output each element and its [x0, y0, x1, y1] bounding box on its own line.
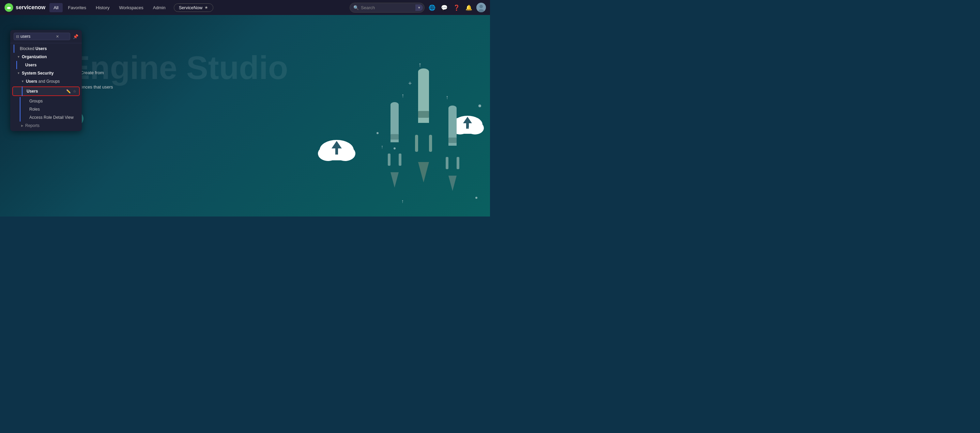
svg-rect-29	[449, 108, 457, 146]
dropdown-list: Blocked Users ▼ Organization Users ▼ Sys…	[10, 43, 82, 131]
nav-tab-workspaces[interactable]: Workspaces	[115, 3, 148, 12]
chat-icon-button[interactable]: 💬	[439, 3, 449, 12]
clear-icon[interactable]: ✕	[56, 34, 59, 39]
svg-point-12	[466, 122, 484, 135]
svg-point-44	[479, 105, 481, 107]
list-item-users-and-groups[interactable]: ▼ Users and Groups	[10, 77, 82, 86]
nav-tab-all[interactable]: All	[49, 3, 62, 12]
svg-point-28	[449, 106, 457, 111]
chevron-down-icon: ▼	[17, 71, 20, 75]
svg-text:↑: ↑	[446, 94, 449, 100]
svg-marker-25	[390, 172, 399, 187]
chevron-right-icon: ▶	[21, 124, 24, 127]
svg-text:↑: ↑	[418, 61, 422, 68]
search-dropdown-button[interactable]: ▼	[415, 5, 423, 11]
svg-point-6	[335, 146, 355, 161]
svg-point-4	[320, 140, 354, 160]
svg-point-22	[390, 102, 399, 108]
svg-rect-24	[390, 134, 399, 140]
svg-rect-18	[418, 111, 429, 118]
list-item-reports[interactable]: ▶ Reports	[10, 122, 82, 130]
svg-rect-7	[325, 152, 348, 160]
chevron-down-icon: ▼	[21, 80, 24, 83]
svg-rect-27	[399, 154, 401, 166]
star-icon: ★	[204, 5, 208, 10]
nav-tab-history[interactable]: History	[92, 3, 113, 12]
search-icon: 🔍	[353, 5, 359, 10]
svg-point-16	[418, 68, 429, 75]
svg-marker-19	[418, 162, 429, 182]
svg-text:+: +	[408, 80, 412, 87]
dropdown-menu: ⊟ ✕ 📌 Blocked Users ▼ Organization Users	[10, 30, 82, 131]
top-nav: servicenow All Favorites History Workspa…	[0, 0, 490, 15]
instance-label: ServiceNow	[179, 5, 202, 10]
favorite-icon[interactable]: ☆	[73, 89, 76, 94]
list-item-organization[interactable]: ▼ Organization	[10, 53, 82, 61]
svg-rect-13	[457, 126, 478, 134]
nav-tab-admin[interactable]: Admin	[149, 3, 170, 12]
instance-badge[interactable]: ServiceNow ★	[174, 3, 213, 12]
svg-marker-14	[463, 117, 472, 123]
svg-rect-9	[335, 148, 338, 155]
svg-rect-32	[446, 157, 449, 169]
nav-tab-favorites[interactable]: Favorites	[64, 3, 90, 12]
svg-text:↑: ↑	[469, 117, 472, 122]
list-item-roles[interactable]: Roles	[10, 105, 82, 113]
list-item-blocked-users[interactable]: Blocked Users	[10, 44, 82, 53]
item-actions: ✏️ ☆	[66, 89, 76, 94]
list-item-system-security[interactable]: ▼ System Security	[10, 69, 82, 77]
list-item-users-org[interactable]: Users	[10, 61, 82, 69]
edit-icon[interactable]: ✏️	[66, 89, 71, 94]
search-bar[interactable]: 🔍 ▼	[350, 3, 425, 13]
chevron-down-icon: ▼	[17, 55, 20, 59]
svg-point-43	[394, 148, 396, 149]
svg-text:+: +	[468, 125, 471, 131]
list-item-users-selected-container: Users ✏️ ☆	[12, 86, 80, 96]
svg-point-45	[475, 197, 477, 199]
decoration-container: ↑ ↑ ↑ ↑ ↑ ↑ + +	[251, 46, 490, 217]
filter-icon: ⊟	[16, 34, 19, 39]
dropdown-search-input-wrap[interactable]: ⊟ ✕	[14, 33, 70, 40]
search-input[interactable]	[361, 5, 415, 10]
svg-point-10	[452, 116, 482, 133]
dropdown-search-input[interactable]	[21, 34, 54, 39]
svg-text:↑: ↑	[401, 93, 404, 98]
list-item-access-role-detail-view[interactable]: Access Role Detail View	[10, 113, 82, 122]
svg-rect-15	[466, 123, 469, 128]
pin-icon[interactable]: 📌	[73, 34, 78, 39]
list-item-groups[interactable]: Groups	[10, 97, 82, 105]
nav-right: 🔍 ▼ 🌐 💬 ❓ 🔔	[350, 3, 486, 13]
svg-rect-20	[415, 135, 418, 152]
svg-rect-17	[418, 72, 429, 123]
svg-marker-31	[449, 176, 457, 191]
bell-icon-button[interactable]: 🔔	[464, 3, 474, 12]
main-area: Engine Studio Build low-code apps quickl…	[0, 15, 490, 217]
svg-point-42	[377, 132, 379, 134]
svg-marker-8	[332, 141, 342, 148]
svg-text:↑: ↑	[401, 198, 404, 204]
dropdown-search-area: ⊟ ✕ 📌	[10, 30, 82, 43]
svg-rect-26	[388, 154, 390, 166]
svg-rect-33	[457, 157, 459, 169]
globe-icon-button[interactable]: 🌐	[427, 3, 437, 12]
svg-point-5	[318, 146, 338, 161]
svg-text:↑: ↑	[381, 144, 383, 149]
help-icon-button[interactable]: ❓	[452, 3, 461, 12]
logo[interactable]: servicenow	[4, 3, 45, 12]
svg-rect-21	[429, 135, 432, 152]
svg-point-2	[479, 5, 483, 8]
svg-point-11	[451, 122, 469, 135]
avatar[interactable]	[476, 3, 486, 12]
svg-rect-23	[390, 105, 399, 142]
logo-text: servicenow	[16, 5, 45, 11]
svg-rect-30	[449, 138, 457, 143]
